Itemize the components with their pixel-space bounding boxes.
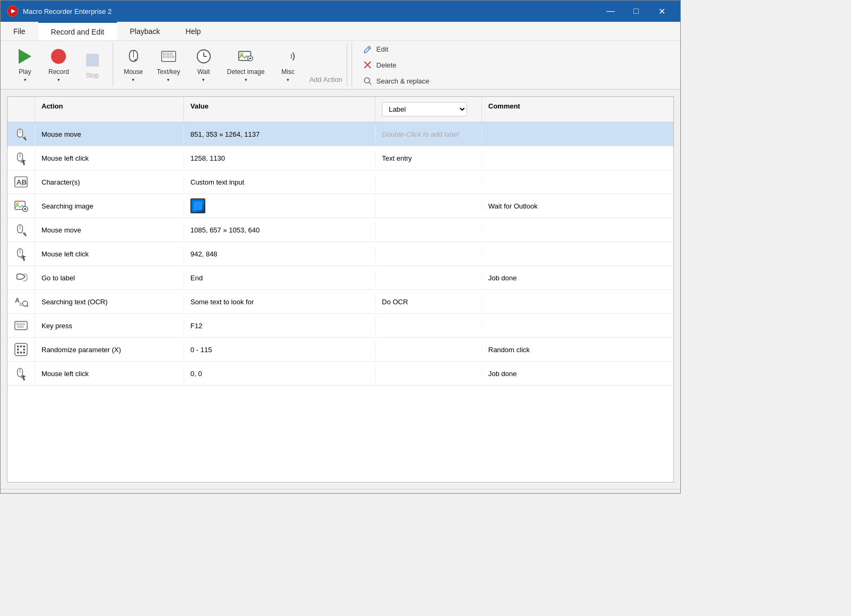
row-value: 1258, 1130 <box>184 150 376 167</box>
row-action: Key press <box>35 318 184 334</box>
statusbar: 11 actions ⠿ <box>1 489 680 494</box>
row-label <box>376 178 482 186</box>
row-label <box>376 249 482 258</box>
toolbar: Play▾ Record▾ Stop <box>1 41 680 90</box>
svg-rect-9 <box>163 56 165 58</box>
table-row[interactable]: Key pressF12 <box>7 314 673 338</box>
resize-icon: ⠿ <box>666 493 673 494</box>
label-dropdown[interactable]: Label All Labels <box>382 102 467 116</box>
row-icon <box>7 122 35 146</box>
svg-rect-10 <box>166 56 171 58</box>
row-value: Custom text input <box>184 174 376 190</box>
record-button[interactable]: Record▾ <box>42 44 76 86</box>
row-value: 0, 0 <box>184 365 376 382</box>
row-label <box>376 202 482 210</box>
svg-point-57 <box>23 345 25 347</box>
close-button[interactable]: ✕ <box>649 1 674 22</box>
mouse-button[interactable]: Mouse▾ <box>118 44 149 86</box>
row-icon <box>7 242 35 265</box>
row-value <box>184 194 376 218</box>
svg-line-24 <box>369 82 371 85</box>
row-comment <box>482 154 673 162</box>
toolbar-main-actions: Play▾ Record▾ Stop <box>5 43 113 87</box>
row-label <box>376 345 482 354</box>
detect-image-button[interactable]: Detect image▾ <box>221 44 271 86</box>
row-action: Searching text (OCR) <box>35 294 184 310</box>
row-comment: Job done <box>482 365 673 382</box>
svg-text:a: a <box>19 301 22 307</box>
wait-button[interactable]: Wait▾ <box>188 44 220 86</box>
edit-section: Edit Delete Search & replace <box>352 43 440 87</box>
misc-button[interactable]: Misc▾ <box>272 44 304 86</box>
row-action: Mouse move <box>35 222 184 238</box>
main-content: Action Value Label All Labels Comment Mo… <box>7 96 674 482</box>
delete-icon <box>363 60 372 70</box>
app-icon <box>7 5 19 17</box>
mouse-label: Mouse▾ <box>124 68 143 83</box>
window-title: Macro Recorder Enterprise 2 <box>23 7 598 15</box>
stop-button[interactable]: Stop <box>77 47 109 82</box>
minimize-button[interactable]: — <box>598 1 623 22</box>
misc-label: Misc▾ <box>281 68 295 83</box>
detect-image-label: Detect image▾ <box>227 68 265 83</box>
table-row[interactable]: Mouse move1085, 657 » 1053, 640 <box>7 218 673 242</box>
svg-rect-49 <box>15 321 27 329</box>
row-action: Mouse left click <box>35 365 184 382</box>
table-row[interactable]: Go to labelEndJob done <box>7 266 673 290</box>
col-label: Label All Labels <box>376 97 482 122</box>
col-action: Action <box>35 97 184 122</box>
textkey-button[interactable]: Text/key▾ <box>151 44 187 86</box>
row-comment <box>482 297 673 306</box>
edit-icon <box>363 44 372 54</box>
play-label: Play▾ <box>19 68 31 83</box>
row-icon <box>7 146 35 170</box>
svg-point-60 <box>17 352 19 354</box>
row-label <box>376 369 482 378</box>
col-icon <box>7 97 35 122</box>
table-row[interactable]: Mouse left click0, 0Job done <box>7 362 673 386</box>
row-action: Mouse move <box>35 126 184 143</box>
row-comment <box>482 226 673 234</box>
table-row[interactable]: Mouse left click942, 848 <box>7 242 673 266</box>
table-row[interactable]: Searching imageWait for Outlook <box>7 194 673 218</box>
menu-record-edit[interactable]: Record and Edit <box>38 22 117 40</box>
menu-help[interactable]: Help <box>173 22 214 40</box>
svg-line-20 <box>368 47 370 49</box>
row-comment: Wait for Outlook <box>482 198 673 214</box>
row-comment <box>482 249 673 258</box>
table-row[interactable]: Mouse left click1258, 1130Text entry <box>7 146 673 170</box>
search-replace-button[interactable]: Search & replace <box>361 75 432 87</box>
svg-point-62 <box>23 352 25 354</box>
row-icon <box>7 338 35 361</box>
svg-point-56 <box>20 345 22 347</box>
edit-button[interactable]: Edit <box>361 43 432 55</box>
table-row[interactable]: A a Searching text (OCR)Some text to loo… <box>7 290 673 314</box>
svg-text:I: I <box>21 181 23 187</box>
row-action: Mouse left click <box>35 246 184 262</box>
play-button[interactable]: Play▾ <box>9 44 41 86</box>
table-row[interactable]: AB I Character(s)Custom text input <box>7 170 673 194</box>
svg-point-58 <box>17 348 19 351</box>
row-value: F12 <box>184 318 376 334</box>
row-comment: Random click <box>482 342 673 358</box>
table-row[interactable]: Randomize parameter (X)0 - 115Random cli… <box>7 338 673 362</box>
menu-playback[interactable]: Playback <box>117 22 173 40</box>
textkey-label: Text/key▾ <box>157 68 180 83</box>
col-comment: Comment <box>482 97 673 122</box>
row-comment <box>482 178 673 186</box>
svg-point-23 <box>364 78 370 83</box>
col-value: Value <box>184 97 376 122</box>
svg-rect-52 <box>22 323 24 325</box>
mouse-icon <box>124 47 143 66</box>
table-row[interactable]: Mouse move851, 353 » 1264, 1137Double-Cl… <box>7 122 673 146</box>
row-comment <box>482 321 673 330</box>
row-icon <box>7 314 35 337</box>
maximize-button[interactable]: □ <box>624 1 648 22</box>
delete-button[interactable]: Delete <box>361 59 432 71</box>
row-label <box>376 273 482 282</box>
row-label: Double-Click to add label <box>376 126 482 143</box>
svg-point-59 <box>23 348 25 351</box>
menu-file[interactable]: File <box>1 22 38 40</box>
textkey-icon <box>159 47 178 66</box>
svg-rect-51 <box>20 323 22 325</box>
